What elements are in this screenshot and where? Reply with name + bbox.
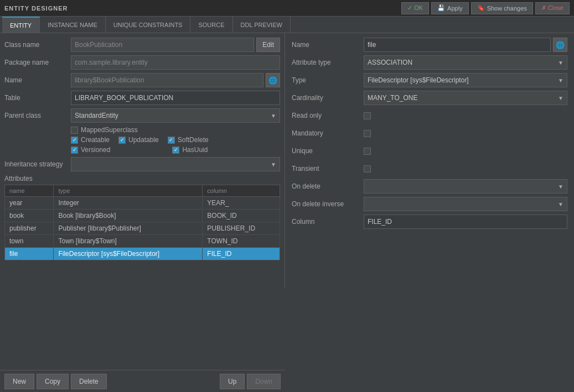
col-type: type [54,185,203,197]
attr-type-arrow: ▼ [558,60,563,66]
cell-column-1: BOOK_ID [203,210,280,222]
tab-entity[interactable]: ENTITY [2,17,40,33]
right-on-delete-inverse-select[interactable]: ▼ [364,197,567,211]
soft-delete-checkbox[interactable] [168,137,175,144]
col-column: column [203,185,280,197]
cell-column-0: YEAR_ [203,197,280,210]
table-row[interactable]: townTown [library$Town]TOWN_ID [5,235,280,248]
parent-class-value: StandardEntity [75,112,118,119]
updatable-label: Updatable [128,136,159,144]
cell-type-4: FileDescriptor [sys$FileDescriptor] [54,248,203,260]
versioned-item[interactable]: Versioned [71,146,110,154]
right-type-select[interactable]: FileDescriptor [sys$FileDescriptor] ▼ [364,73,567,87]
delete-button[interactable]: Delete [71,374,107,389]
right-readonly-label: Read only [292,112,364,119]
table-row[interactable]: bookBook [library$Book]BOOK_ID [5,210,280,222]
right-column-input[interactable] [364,215,567,229]
right-attr-type-label: Attribute type [292,59,364,66]
mapped-superclass-label: MappedSuperclass [81,126,138,134]
soft-delete-item[interactable]: SoftDelete [168,136,209,144]
class-name-field-row: Edit [71,38,280,52]
attributes-tbody: yearIntegerYEAR_bookBook [library$Book]B… [5,197,280,260]
globe-button[interactable]: 🌐 [266,73,280,87]
table-row: Table [4,91,280,105]
right-transient-row: Transient [292,161,567,176]
show-changes-button[interactable]: 🔖 Show changes [471,2,533,14]
new-button[interactable]: New [4,374,34,389]
right-readonly-row: Read only [292,108,567,123]
checkboxes-row2: Versioned HasUuid [71,146,280,154]
right-on-delete-inverse-label: On delete inverse [292,200,364,208]
name-label: Name [4,76,71,84]
cell-column-4: FILE_ID [203,248,280,260]
title-bar-actions: ✓ OK 💾 Apply 🔖 Show changes ✗ Close [401,2,570,14]
right-unique-label: Unique [292,147,364,155]
parent-class-select[interactable]: StandardEntity ▼ [71,108,280,123]
right-globe-button[interactable]: 🌐 [553,38,567,52]
cell-name-1: book [5,210,54,222]
right-attr-type-select[interactable]: ASSOCIATION ▼ [364,55,567,70]
right-mandatory-label: Mandatory [292,129,364,137]
table-input[interactable] [71,91,280,105]
has-uuid-label: HasUuid [182,146,208,154]
right-mandatory-checkbox[interactable] [364,130,371,137]
right-column-label: Column [292,218,364,226]
right-name-input[interactable] [364,38,551,52]
right-attr-type-value: ASSOCIATION [368,59,412,66]
cardinality-arrow: ▼ [558,95,563,101]
tab-unique-constraints[interactable]: UNIQUE CONSTRAINTS [106,17,191,33]
tab-ddl-preview[interactable]: DDL PREVIEW [233,17,291,33]
tab-instance-name[interactable]: INSTANCE NAME [40,17,106,33]
changes-icon: 🔖 [477,4,485,12]
left-panel: Class name Edit Package name Name 🌐 [0,33,285,288]
table-row[interactable]: fileFileDescriptor [sys$FileDescriptor]F… [5,248,280,260]
right-type-label: Type [292,76,364,84]
right-mandatory-row: Mandatory [292,126,567,140]
right-unique-checkbox[interactable] [364,148,371,155]
right-on-delete-inverse-row: On delete inverse ▼ [292,197,567,211]
mapped-superclass-checkbox[interactable] [71,127,78,134]
checkbox-section: MappedSuperclass Creatable Updatable Sof… [71,126,280,154]
table-label: Table [4,94,71,102]
updatable-checkbox[interactable] [118,137,126,144]
has-uuid-checkbox[interactable] [172,147,179,154]
cell-type-3: Town [library$Town] [54,235,203,248]
copy-button[interactable]: Copy [37,374,69,389]
creatable-checkbox[interactable] [71,137,78,144]
inheritance-arrow: ▼ [271,161,276,168]
tab-source[interactable]: SOURCE [190,17,232,33]
table-row[interactable]: publisherPublisher [library$Publisher]PU… [5,222,280,235]
mapped-superclass-item[interactable]: MappedSuperclass [71,126,138,134]
package-name-label: Package name [4,59,71,66]
right-on-delete-label: On delete [292,182,364,190]
bottom-buttons: New Copy Delete Up Down [0,370,285,392]
type-arrow: ▼ [558,77,563,83]
apply-button[interactable]: 💾 Apply [431,2,469,14]
updatable-item[interactable]: Updatable [118,136,159,144]
tab-bar: ENTITY INSTANCE NAME UNIQUE CONSTRAINTS … [0,17,574,33]
right-on-delete-row: On delete ▼ [292,179,567,194]
edit-button[interactable]: Edit [256,38,280,52]
right-type-row: Type FileDescriptor [sys$FileDescriptor]… [292,73,567,87]
table-row[interactable]: yearIntegerYEAR_ [5,197,280,210]
package-name-input[interactable] [71,55,280,70]
right-on-delete-select[interactable]: ▼ [364,179,567,194]
right-panel: Name 🌐 Attribute type ASSOCIATION ▼ Type… [285,33,574,392]
right-name-row: Name 🌐 [292,38,567,52]
creatable-item[interactable]: Creatable [71,136,110,144]
has-uuid-item[interactable]: HasUuid [172,146,208,154]
right-cardinality-select[interactable]: MANY_TO_ONE ▼ [364,91,567,105]
checkboxes-row1: Creatable Updatable SoftDelete [71,136,280,144]
down-button[interactable]: Down [247,374,281,389]
inheritance-select[interactable]: ▼ [71,157,280,171]
inheritance-label: Inheritance strategy [4,160,71,168]
class-name-input[interactable] [71,38,254,52]
ok-button[interactable]: ✓ OK [401,2,429,14]
up-button[interactable]: Up [220,374,245,389]
name-input[interactable] [71,73,263,87]
right-transient-checkbox[interactable] [364,165,371,173]
right-readonly-checkbox[interactable] [364,112,371,119]
versioned-checkbox[interactable] [71,147,78,154]
close-button[interactable]: ✗ Close [535,2,570,14]
cell-type-1: Book [library$Book] [54,210,203,222]
